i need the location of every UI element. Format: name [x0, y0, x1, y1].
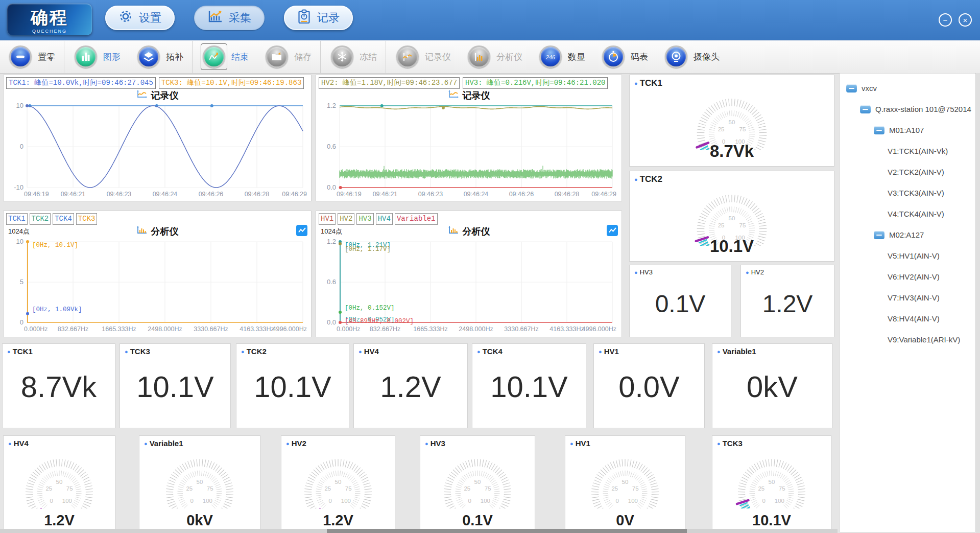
tree-node-label: V2:TCK2(AIN-V): [888, 168, 944, 176]
gauge-panel-tck1: ●TCK102550751008.7Vk: [629, 75, 834, 167]
tree-node-M01:A107[interactable]: M01:A107: [840, 120, 975, 141]
tree-node-Q.raxx-station-101@752014[interactable]: Q.raxx-station 101@752014: [840, 99, 975, 120]
toolbar-item-拓补[interactable]: 拓补: [128, 40, 191, 73]
toolbar-item-结束[interactable]: 结束: [194, 40, 256, 73]
tree-node-label: V7:HV3(AIN-V): [888, 293, 940, 302]
value-card-value: 8.7Vk: [3, 369, 115, 404]
svg-text:[0Hz, 1.09Vk]: [0Hz, 1.09Vk]: [32, 306, 82, 313]
toolbar-item-label: 分析仪: [496, 51, 522, 63]
channel-dot-icon: ●: [286, 441, 290, 447]
toolbar-item-label: 摄像头: [694, 51, 720, 63]
toolbar-item-label: 数显: [568, 51, 585, 63]
tree-node-label: V5:HV1(AIN-V): [888, 251, 940, 260]
toolbar-item-冻结[interactable]: 冻结: [322, 40, 385, 73]
svg-text:4996.000Hz: 4996.000Hz: [582, 326, 616, 333]
tree-node-label: V1:TCK1(AIN-Vk): [888, 147, 948, 155]
horizontal-scrollbar-thumb[interactable]: [327, 529, 687, 533]
svg-text:0.0: 0.0: [327, 318, 336, 326]
channel-tab-TCK4[interactable]: TCK4: [53, 213, 74, 225]
value-card-label: ●TCK4: [477, 347, 503, 356]
tree-node-label: M01:A107: [889, 126, 924, 134]
svg-text:[0Hz, 10.1V]: [0Hz, 10.1V]: [32, 242, 78, 249]
toolbar-item-数显[interactable]: 246数显: [530, 40, 593, 73]
channel-tab-HV4[interactable]: HV4: [376, 213, 393, 225]
nav-button-记录[interactable]: 记录: [284, 6, 353, 30]
svg-text:[43.893Hz, 0.002V]: [43.893Hz, 0.002V]: [345, 318, 414, 325]
digital-value: 1.2V: [741, 290, 834, 318]
channel-tab-HV2[interactable]: HV2: [338, 213, 354, 225]
value-channel-name: HV1: [604, 347, 619, 356]
svg-text:75: 75: [739, 126, 746, 132]
toolbar-separator: [386, 41, 386, 73]
close-button[interactable]: ×: [959, 13, 972, 27]
svg-text:25: 25: [718, 126, 725, 132]
tree-collapse-icon[interactable]: [874, 231, 885, 239]
value-card-label: ●TCK3: [125, 347, 150, 356]
toolbar-item-码表[interactable]: 码表: [593, 40, 656, 73]
channel-dot-icon: ●: [125, 349, 128, 355]
tree-node-M02:A127[interactable]: M02:A127: [840, 224, 975, 245]
channel-tab-TCK1[interactable]: TCK1: [6, 213, 28, 225]
horizontal-scrollbar-track[interactable]: [0, 529, 838, 533]
tree-node-V1:TCK1-AIN-Vk-[interactable]: V1:TCK1(AIN-Vk): [840, 141, 975, 161]
value-channel-name: TCK3: [130, 347, 150, 356]
tree-node-label: M02:A127: [889, 230, 924, 239]
svg-text:0.0: 0.0: [327, 183, 336, 191]
tree-node-V7:HV3-AIN-V-[interactable]: V7:HV3(AIN-V): [840, 287, 975, 308]
tree-node-vxcv[interactable]: vxcv: [840, 78, 975, 99]
vertical-scrollbar-track[interactable]: [976, 73, 980, 533]
tree-node-V5:HV1-AIN-V-[interactable]: V5:HV1(AIN-V): [840, 245, 975, 266]
tree-node-V8:HV4-AIN-V-[interactable]: V8:HV4(AIN-V): [840, 308, 975, 329]
svg-text:09:46:23: 09:46:23: [418, 191, 443, 198]
logo-title: 确程: [7, 6, 92, 30]
svg-text:25: 25: [718, 222, 725, 228]
nav-button-设置[interactable]: 设置: [105, 6, 175, 30]
tree-collapse-icon[interactable]: [874, 126, 885, 134]
chart-toggle-button[interactable]: [607, 225, 618, 236]
channel-tab-HV3[interactable]: HV3: [356, 213, 373, 225]
channel-tab-TCK3[interactable]: TCK3: [76, 213, 98, 225]
panel-title-row: 1024点分析仪: [4, 225, 311, 238]
gauge-value: 10.1V: [630, 237, 834, 256]
svg-text:09:46:26: 09:46:26: [199, 191, 224, 198]
toolbar-item-储存[interactable]: 储存: [256, 40, 319, 73]
svg-text:50: 50: [729, 215, 735, 221]
chart-toggle-button[interactable]: [296, 225, 307, 236]
value-card-value: 10.1V: [236, 369, 349, 404]
tree-node-V6:HV2-AIN-V-[interactable]: V6:HV2(AIN-V): [840, 266, 975, 287]
toolbar-item-label: 储存: [294, 51, 312, 63]
svg-text:09:46:21: 09:46:21: [373, 191, 398, 198]
gauge-channel-name: TCK3: [723, 439, 743, 448]
toolbar-orb-wrap: [601, 44, 626, 69]
toolbar-item-图形[interactable]: 图形: [65, 40, 128, 73]
channel-tab-TCK2[interactable]: TCK2: [30, 213, 51, 225]
toolbar-item-摄像头[interactable]: 摄像头: [656, 40, 727, 73]
tree-collapse-icon[interactable]: [860, 105, 871, 113]
tree-node-label: vxcv: [862, 84, 877, 92]
svg-text:2498.000Hz: 2498.000Hz: [459, 326, 493, 333]
toolbar-item-分析仪[interactable]: 分析仪: [459, 40, 530, 73]
nav-button-采集[interactable]: 采集: [194, 6, 265, 30]
svg-text:25: 25: [45, 485, 52, 492]
tree-node-V2:TCK2-AIN-V-[interactable]: V2:TCK2(AIN-V): [840, 161, 975, 182]
digital-value: 0.1V: [630, 290, 731, 318]
svg-text:50: 50: [56, 479, 63, 485]
channel-dot-icon: ●: [570, 441, 573, 447]
tree-collapse-icon[interactable]: [846, 84, 857, 92]
svg-text:100: 100: [62, 498, 72, 504]
tree-node-V9:Variable1-ARI-kV-[interactable]: V9:Variable1(ARI-kV): [840, 329, 975, 350]
analyzer-icon: [468, 45, 490, 68]
nav-button-label: 设置: [139, 10, 161, 26]
digital-channel-name: HV2: [751, 268, 764, 276]
toolbar-item-置零[interactable]: 置零: [0, 40, 63, 73]
toolbar-item-label: 记录仪: [425, 51, 451, 63]
tree-node-V4:TCK4-AIN-V-[interactable]: V4:TCK4(AIN-V): [840, 203, 975, 224]
toolbar-item-记录仪[interactable]: 记录仪: [387, 40, 459, 73]
gauge-card-HV1: ●HV102550751000V: [565, 435, 685, 531]
minimize-button[interactable]: −: [939, 13, 952, 27]
tree-node-V3:TCK3-AIN-V-[interactable]: V3:TCK3(AIN-V): [840, 182, 975, 203]
channel-tab-HV1[interactable]: HV1: [319, 213, 336, 225]
gauge-dial: 0255075100: [149, 448, 251, 511]
svg-text:0: 0: [762, 498, 765, 504]
channel-tab-Variable1[interactable]: Variable1: [395, 213, 438, 225]
